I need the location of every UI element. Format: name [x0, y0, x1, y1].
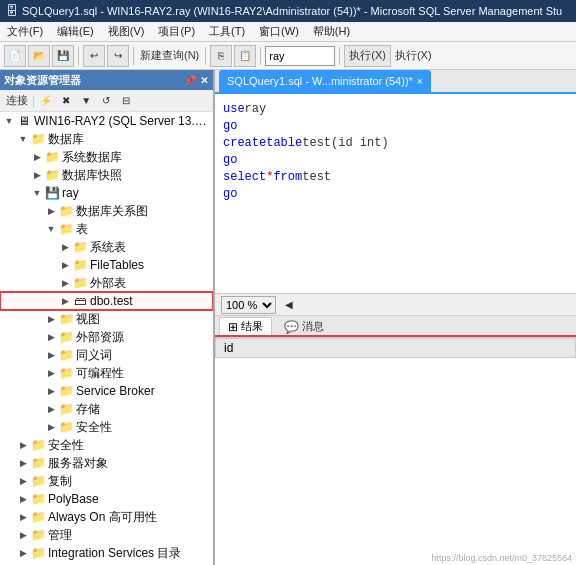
menu-item-h[interactable]: 帮助(H): [310, 24, 353, 39]
tree-item-security2[interactable]: ▶📁安全性: [0, 418, 213, 436]
tree-item-polybase[interactable]: ▶📁PolyBase: [0, 490, 213, 508]
oe-close-btn[interactable]: ✕: [199, 75, 209, 86]
tree-item-external_tables[interactable]: ▶📁外部表: [0, 274, 213, 292]
tree-label-storage: 存储: [76, 401, 100, 418]
toolbar-btn-undo[interactable]: ↩: [83, 45, 105, 67]
oe-refresh-btn[interactable]: ↺: [97, 92, 115, 110]
tree-item-db_snapshots[interactable]: ▶📁数据库快照: [0, 166, 213, 184]
toolbar-btn-new[interactable]: 📄: [4, 45, 26, 67]
expand-btn-views[interactable]: ▶: [44, 312, 58, 326]
tree-item-synonyms[interactable]: ▶📁同义词: [0, 346, 213, 364]
tree-item-databases[interactable]: ▼📁数据库: [0, 130, 213, 148]
menu-item-v[interactable]: 视图(V): [105, 24, 148, 39]
toolbar-btn-save[interactable]: 💾: [52, 45, 74, 67]
folder-icon-is_catalog: 📁: [30, 545, 46, 561]
database-search-input[interactable]: [265, 46, 335, 66]
expand-btn-programmability[interactable]: ▶: [44, 366, 58, 380]
tree-item-filetables[interactable]: ▶📁FileTables: [0, 256, 213, 274]
expand-btn-service_broker[interactable]: ▶: [44, 384, 58, 398]
expand-btn-databases[interactable]: ▼: [16, 132, 30, 146]
code-line: go: [223, 117, 568, 134]
oe-filter-btn[interactable]: ▼: [77, 92, 95, 110]
query-tab-close[interactable]: ×: [417, 76, 423, 87]
tree-item-sys_tables[interactable]: ▶📁系统表: [0, 238, 213, 256]
code-line: go: [223, 185, 568, 202]
folder-icon-system_dbs: 📁: [44, 149, 60, 165]
results-tab-消息[interactable]: 💬消息: [276, 317, 332, 337]
expand-btn-system_dbs[interactable]: ▶: [30, 150, 44, 164]
folder-icon-service_broker: 📁: [58, 383, 74, 399]
tree-label-replication: 复制: [48, 473, 72, 490]
results-grid: id: [215, 338, 576, 565]
menu-item-f[interactable]: 文件(F): [4, 24, 46, 39]
expand-btn-synonyms[interactable]: ▶: [44, 348, 58, 362]
expand-btn-db_diagram[interactable]: ▶: [44, 204, 58, 218]
execute-btn[interactable]: 执行(X): [344, 45, 391, 67]
oe-collapse-btn[interactable]: ⊟: [117, 92, 135, 110]
zoom-select[interactable]: 100 %: [221, 296, 276, 314]
expand-btn-sys_tables[interactable]: ▶: [58, 240, 72, 254]
tree-item-system_dbs[interactable]: ▶📁系统数据库: [0, 148, 213, 166]
tree-item-server_objects[interactable]: ▶📁服务器对象: [0, 454, 213, 472]
app-icon: 🗄: [6, 4, 18, 18]
expand-btn-tables[interactable]: ▼: [44, 222, 58, 236]
expand-btn-is_catalog[interactable]: ▶: [16, 546, 30, 560]
results-panel: 100 % ◀ ⊞结果💬消息 id: [215, 294, 576, 565]
folder-icon-external_resources: 📁: [58, 329, 74, 345]
tree-item-ray[interactable]: ▼💾ray: [0, 184, 213, 202]
tree-item-alwayson[interactable]: ▶📁Always On 高可用性: [0, 508, 213, 526]
tree-item-views[interactable]: ▶📁视图: [0, 310, 213, 328]
code-line: go: [223, 151, 568, 168]
expand-btn-replication[interactable]: ▶: [16, 474, 30, 488]
toolbar-sep-5: [339, 47, 340, 65]
tree-item-server[interactable]: ▼🖥WIN16-RAY2 (SQL Server 13.0.1601: [0, 112, 213, 130]
expand-btn-alwayson[interactable]: ▶: [16, 510, 30, 524]
tree-item-dbo_test[interactable]: ▶🗃dbo.test: [0, 292, 213, 310]
toolbar-btn-open[interactable]: 📂: [28, 45, 50, 67]
expand-btn-ray[interactable]: ▼: [30, 186, 44, 200]
menu-item-t[interactable]: 工具(T): [206, 24, 248, 39]
tree-item-service_broker[interactable]: ▶📁Service Broker: [0, 382, 213, 400]
tree-item-is_catalog[interactable]: ▶📁Integration Services 目录: [0, 544, 213, 562]
query-editor[interactable]: use raygocreate table test(id int)gosele…: [215, 94, 576, 294]
toolbar-btn-copy[interactable]: ⎘: [210, 45, 232, 67]
tree-item-db_diagram[interactable]: ▶📁数据库关系图: [0, 202, 213, 220]
tree-item-external_resources[interactable]: ▶📁外部资源: [0, 328, 213, 346]
expand-btn-db_snapshots[interactable]: ▶: [30, 168, 44, 182]
results-toolbar-btn[interactable]: ◀: [280, 296, 298, 314]
expand-btn-storage[interactable]: ▶: [44, 402, 58, 416]
right-panel: SQLQuery1.sql - W...ministrator (54))* ×…: [215, 70, 576, 565]
tree-label-server: WIN16-RAY2 (SQL Server 13.0.1601: [34, 114, 209, 128]
expand-btn-external_resources[interactable]: ▶: [44, 330, 58, 344]
folder-icon-views: 📁: [58, 311, 74, 327]
tree-label-server_objects: 服务器对象: [48, 455, 108, 472]
tree-item-management[interactable]: ▶📁管理: [0, 526, 213, 544]
menu-item-e[interactable]: 编辑(E): [54, 24, 97, 39]
expand-btn-server_objects[interactable]: ▶: [16, 456, 30, 470]
toolbar-btn-redo[interactable]: ↪: [107, 45, 129, 67]
folder-icon-db_diagram: 📁: [58, 203, 74, 219]
menu-item-w[interactable]: 窗口(W): [256, 24, 302, 39]
expand-btn-dbo_test[interactable]: ▶: [58, 294, 72, 308]
tree-item-security[interactable]: ▶📁安全性: [0, 436, 213, 454]
expand-btn-polybase[interactable]: ▶: [16, 492, 30, 506]
expand-btn-filetables[interactable]: ▶: [58, 258, 72, 272]
toolbar-btn-paste[interactable]: 📋: [234, 45, 256, 67]
query-tab-1[interactable]: SQLQuery1.sql - W...ministrator (54))* ×: [219, 70, 431, 92]
oe-pin-btn[interactable]: 📌: [183, 75, 197, 86]
oe-disconnect-btn[interactable]: ✖: [57, 92, 75, 110]
tree-item-tables[interactable]: ▼📁表: [0, 220, 213, 238]
expand-btn-security2[interactable]: ▶: [44, 420, 58, 434]
expand-btn-server[interactable]: ▼: [2, 114, 16, 128]
expand-btn-external_tables[interactable]: ▶: [58, 276, 72, 290]
tree-item-programmability[interactable]: ▶📁可编程性: [0, 364, 213, 382]
oe-connect-btn[interactable]: ⚡: [37, 92, 55, 110]
folder-icon-server_objects: 📁: [30, 455, 46, 471]
results-tab-结果[interactable]: ⊞结果: [219, 317, 272, 337]
tree-item-replication[interactable]: ▶📁复制: [0, 472, 213, 490]
tree-item-storage[interactable]: ▶📁存储: [0, 400, 213, 418]
expand-btn-management[interactable]: ▶: [16, 528, 30, 542]
menu-item-p[interactable]: 项目(P): [155, 24, 198, 39]
expand-btn-security[interactable]: ▶: [16, 438, 30, 452]
title-text: SQLQuery1.sql - WIN16-RAY2.ray (WIN16-RA…: [22, 5, 562, 17]
